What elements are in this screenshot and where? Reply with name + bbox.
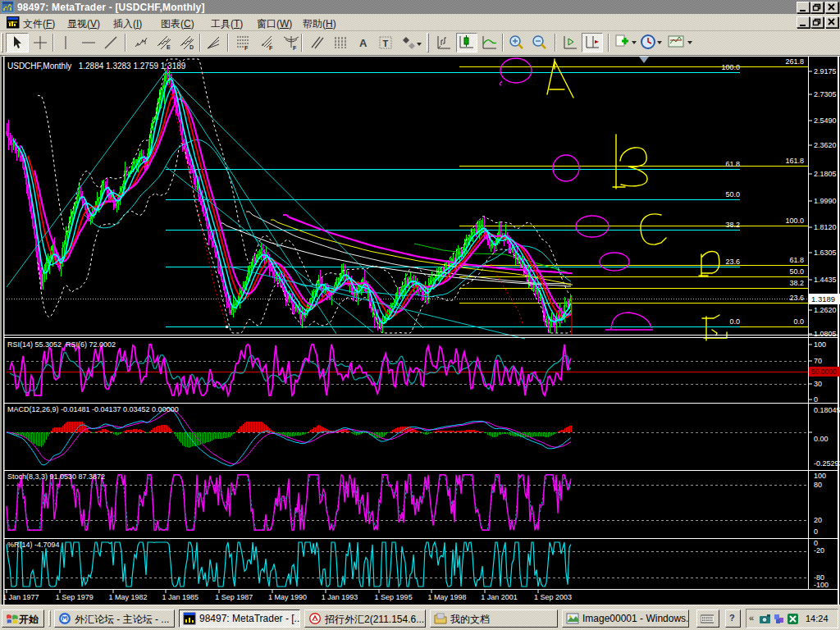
svg-text:1.6305: 1.6305 (814, 249, 837, 257)
svg-text:0: 0 (814, 395, 818, 404)
svg-text:0: 0 (814, 527, 818, 536)
svg-text:20: 20 (814, 516, 822, 524)
svg-text:2.7305: 2.7305 (814, 90, 837, 98)
svg-text:2.5490: 2.5490 (814, 116, 837, 125)
svg-text:1 Sep 2003: 1 Sep 2003 (534, 593, 572, 601)
svg-text:1 Sep 1987: 1 Sep 1987 (215, 593, 253, 601)
svg-text:161.8: 161.8 (785, 157, 804, 165)
svg-text:F: F (269, 45, 273, 51)
svg-text:-0.25293: -0.25293 (814, 459, 840, 468)
svg-text:D: D (189, 44, 194, 50)
svg-text:1.0805: 1.0805 (814, 330, 837, 338)
svg-text:Stoch(8,3,3) 91.0530 87.3872: Stoch(8,3,3) 91.0530 87.3872 (7, 472, 105, 481)
svg-text:1 Sep 1995: 1 Sep 1995 (375, 593, 413, 601)
svg-text:61.8: 61.8 (789, 256, 804, 264)
svg-text:0.0: 0.0 (793, 317, 804, 326)
svg-text:-100: -100 (814, 581, 829, 589)
svg-text:50.0: 50.0 (789, 267, 804, 276)
svg-text:1 May 1998: 1 May 1998 (427, 593, 466, 601)
svg-text:A: A (359, 37, 368, 49)
svg-text:2.9175: 2.9175 (814, 67, 837, 75)
svg-text:1 Jan 1977: 1 Jan 1977 (2, 593, 39, 601)
svg-text:1.8120: 1.8120 (814, 223, 837, 231)
svg-text:0.00: 0.00 (814, 435, 829, 443)
svg-text:0.18045: 0.18045 (814, 406, 840, 414)
svg-text:1 May 1990: 1 May 1990 (268, 593, 307, 601)
svg-text:1 Jan 1985: 1 Jan 1985 (162, 593, 199, 601)
svg-text:100.0: 100.0 (785, 217, 804, 225)
svg-text:2.3620: 2.3620 (814, 141, 837, 149)
svg-text:MACD(12,26,9) -0.01481 -0.0413: MACD(12,26,9) -0.01481 -0.04137 0.03452 … (7, 405, 179, 413)
svg-text:-20: -20 (814, 546, 824, 555)
svg-text:%R(14) -4.7094: %R(14) -4.7094 (7, 541, 60, 549)
svg-text:61.8: 61.8 (725, 160, 740, 168)
svg-text:F: F (293, 45, 297, 51)
svg-text:38.2: 38.2 (789, 279, 804, 287)
svg-text:50.0: 50.0 (725, 190, 740, 199)
svg-text:261.8: 261.8 (785, 57, 804, 66)
svg-text:T: T (383, 39, 389, 48)
svg-text:100: 100 (814, 340, 826, 349)
svg-text:1 Jan 1993: 1 Jan 1993 (322, 593, 358, 601)
svg-text:0.0: 0.0 (729, 317, 740, 326)
svg-text:80: 80 (814, 481, 822, 489)
svg-text:1.4435: 1.4435 (814, 276, 837, 284)
svg-text:F: F (244, 45, 249, 51)
svg-text:USDCHF,Monthly 1.2884 1.3283: USDCHF,Monthly 1.2884 1.3283 1.2759 1.31… (7, 62, 186, 71)
svg-text:100: 100 (814, 472, 826, 480)
svg-text:1.3189: 1.3189 (811, 294, 835, 304)
svg-text:23.6: 23.6 (725, 258, 740, 266)
svg-text:50.0000: 50.0000 (811, 368, 837, 376)
svg-text:1 Sep 1979: 1 Sep 1979 (56, 593, 94, 601)
svg-text:38.2: 38.2 (725, 221, 740, 229)
svg-text:1 May 1982: 1 May 1982 (109, 593, 148, 601)
svg-text:1.2620: 1.2620 (814, 306, 837, 314)
svg-text:RSI(14) 55.3052 RSI(6) 72.000: RSI(14) 55.3052 RSI(6) 72.0002 (7, 340, 116, 349)
svg-text:30: 30 (814, 380, 822, 388)
svg-text:1.9990: 1.9990 (814, 197, 837, 205)
svg-text:2.1805: 2.1805 (814, 170, 837, 178)
svg-text:E: E (167, 44, 171, 50)
svg-text:70: 70 (814, 357, 822, 365)
svg-text:1 Jan 2001: 1 Jan 2001 (481, 593, 518, 601)
svg-text:100.0: 100.0 (721, 63, 740, 71)
svg-text:23.6: 23.6 (789, 294, 804, 302)
